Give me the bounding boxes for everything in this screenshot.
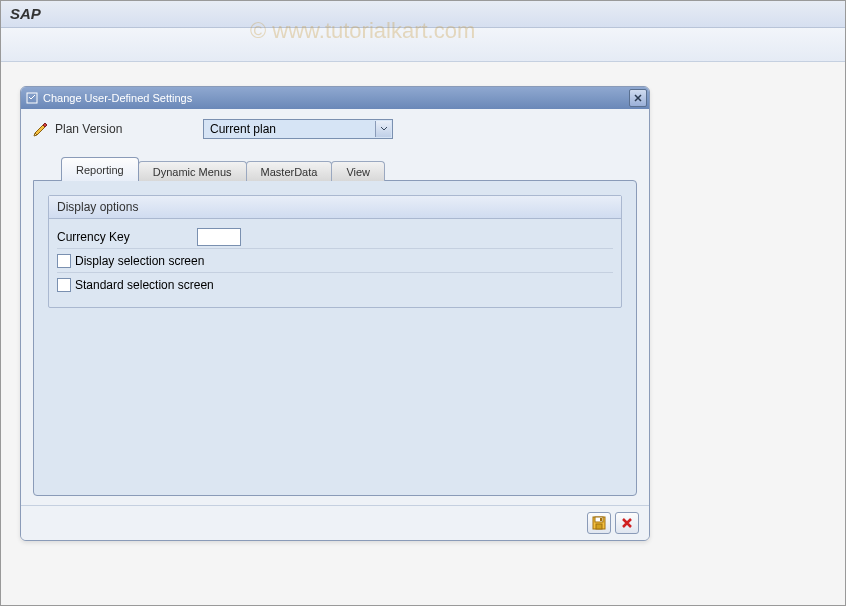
app-title-bar: SAP [0,0,846,28]
app-toolbar [0,28,846,62]
svg-rect-4 [600,518,602,521]
display-selection-label: Display selection screen [75,254,204,268]
tab-reporting[interactable]: Reporting [61,157,139,181]
currency-key-row: Currency Key [57,225,613,249]
standard-selection-checkbox[interactable] [57,278,71,292]
dialog-close-button[interactable] [629,89,647,107]
save-button[interactable] [587,512,611,534]
dialog-title: Change User-Defined Settings [43,92,192,104]
dialog-body: Plan Version Current plan Reporting Dyna… [21,109,649,505]
dialog-footer [21,505,649,540]
chevron-down-icon [375,121,391,137]
standard-selection-row: Standard selection screen [57,273,613,297]
tabs-container: Reporting Dynamic Menus MasterData View … [33,157,637,497]
tab-dynamic-menus[interactable]: Dynamic Menus [138,161,247,181]
plan-version-row: Plan Version Current plan [33,119,637,139]
settings-dialog: Change User-Defined Settings Plan Versio… [20,86,650,541]
display-options-title: Display options [49,196,621,219]
floppy-disk-icon [592,516,606,530]
app-title: SAP [10,5,41,22]
plan-version-dropdown[interactable]: Current plan [203,119,393,139]
cancel-button[interactable] [615,512,639,534]
display-selection-checkbox[interactable] [57,254,71,268]
tab-masterdata[interactable]: MasterData [246,161,333,181]
dialog-icon [25,91,39,105]
tab-view[interactable]: View [331,161,385,181]
currency-key-input[interactable] [197,228,241,246]
dialog-header: Change User-Defined Settings [21,87,649,109]
tab-panel-reporting: Display options Currency Key Display sel… [33,180,637,496]
currency-key-label: Currency Key [57,230,197,244]
plan-version-label: Plan Version [55,122,203,136]
display-options-group: Display options Currency Key Display sel… [48,195,622,308]
svg-rect-3 [596,524,602,529]
display-selection-row: Display selection screen [57,249,613,273]
standard-selection-label: Standard selection screen [75,278,214,292]
plan-version-value: Current plan [210,122,276,136]
tab-strip: Reporting Dynamic Menus MasterData View [33,157,637,181]
display-options-body: Currency Key Display selection screen St… [49,219,621,307]
pencil-edit-icon [33,121,49,137]
cancel-x-icon [621,517,633,529]
main-area: Change User-Defined Settings Plan Versio… [0,62,846,606]
